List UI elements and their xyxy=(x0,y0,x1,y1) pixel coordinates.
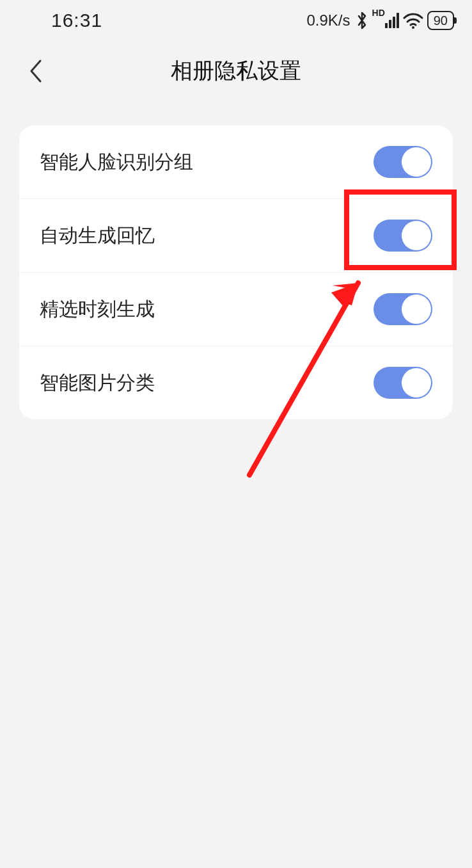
bluetooth-icon xyxy=(356,11,368,30)
status-bar: 16:31 0.9K/s HD 90 xyxy=(0,0,472,38)
setting-label: 自动生成回忆 xyxy=(40,223,155,249)
setting-label: 智能人脸识别分组 xyxy=(40,149,193,175)
wifi-icon xyxy=(403,12,423,29)
toggle-smart-category[interactable] xyxy=(374,367,432,399)
battery-level: 90 xyxy=(434,13,448,28)
chevron-left-icon xyxy=(28,58,44,84)
page-header: 相册隐私设置 xyxy=(0,42,472,100)
status-time: 16:31 xyxy=(51,10,102,31)
signal-icon xyxy=(385,13,399,28)
toggle-highlight-moments[interactable] xyxy=(374,293,432,325)
page-title: 相册隐私设置 xyxy=(171,56,301,86)
toggle-auto-memories[interactable] xyxy=(374,220,432,252)
toggle-face-group[interactable] xyxy=(374,146,432,178)
battery-icon: 90 xyxy=(427,11,454,30)
setting-row-auto-memories[interactable]: 自动生成回忆 xyxy=(19,199,453,273)
svg-point-0 xyxy=(412,26,414,29)
back-button[interactable] xyxy=(22,57,50,85)
setting-row-highlight-moments[interactable]: 精选时刻生成 xyxy=(19,273,453,346)
setting-row-smart-category[interactable]: 智能图片分类 xyxy=(19,346,453,419)
setting-label: 智能图片分类 xyxy=(40,370,155,396)
hd-badge: HD xyxy=(372,8,385,17)
setting-row-face-group[interactable]: 智能人脸识别分组 xyxy=(19,125,453,199)
status-right: 0.9K/s HD 90 xyxy=(306,11,454,30)
settings-card: 智能人脸识别分组 自动生成回忆 精选时刻生成 智能图片分类 xyxy=(19,125,453,419)
network-speed: 0.9K/s xyxy=(306,12,350,29)
setting-label: 精选时刻生成 xyxy=(40,296,155,323)
